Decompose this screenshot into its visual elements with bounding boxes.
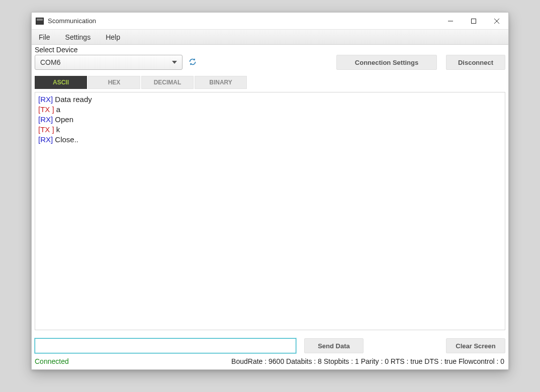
window-controls <box>439 13 508 29</box>
svg-rect-1 <box>472 19 476 23</box>
rx-tag: [RX] <box>38 135 53 144</box>
tx-tag: [TX ] <box>38 125 54 134</box>
chevron-down-icon <box>172 61 177 64</box>
log-line: [TX ] a <box>38 105 502 115</box>
maximize-button[interactable] <box>462 13 485 29</box>
close-button[interactable] <box>485 13 508 29</box>
send-row: Send Data Clear Screen <box>32 330 508 355</box>
disconnect-button[interactable]: Disconnect <box>446 55 505 70</box>
status-bar: Connected BoudRate : 9600 Databits : 8 S… <box>32 355 508 368</box>
connection-settings-button[interactable]: Connection Settings <box>336 55 437 70</box>
tab-binary[interactable]: BINARY <box>195 76 247 89</box>
connection-info: BoudRate : 9600 Databits : 8 Stopbits : … <box>231 357 504 365</box>
log-line: [RX] Close.. <box>38 135 502 145</box>
log-line: [RX] Open <box>38 115 502 125</box>
window-title: Scommunication <box>48 17 439 25</box>
device-row: COM6 Connection Settings Disconnect <box>32 55 508 71</box>
menu-settings[interactable]: Settings <box>63 31 93 43</box>
menu-file[interactable]: File <box>37 31 52 43</box>
refresh-icon <box>189 58 197 67</box>
log-message: k <box>54 125 60 134</box>
clear-screen-button[interactable]: Clear Screen <box>446 338 505 353</box>
tx-tag: [TX ] <box>38 105 54 114</box>
log-message: Data ready <box>53 95 92 104</box>
log-message: Open <box>53 115 73 124</box>
device-selected-value: COM6 <box>40 58 60 66</box>
log-panel[interactable]: [RX] Data ready[TX ] a[RX] Open[TX ] k[R… <box>35 92 505 330</box>
menubar: File Settings Help <box>32 30 508 45</box>
select-device-label: Select Device <box>32 45 508 55</box>
rx-tag: [RX] <box>38 95 53 104</box>
tab-hex[interactable]: HEX <box>88 76 140 89</box>
log-line: [RX] Data ready <box>38 94 502 105</box>
menu-help[interactable]: Help <box>104 31 122 43</box>
device-combobox[interactable]: COM6 <box>35 55 183 70</box>
log-message: Close.. <box>53 135 78 144</box>
log-line: [TX ] k <box>38 125 502 135</box>
refresh-button[interactable] <box>187 56 199 68</box>
minimize-button[interactable] <box>439 13 462 29</box>
tab-ascii[interactable]: ASCII <box>35 76 87 89</box>
tab-decimal[interactable]: DECIMAL <box>141 76 194 89</box>
send-data-button[interactable]: Send Data <box>304 338 364 353</box>
app-icon <box>36 18 44 25</box>
format-tabs: ASCII HEX DECIMAL BINARY <box>32 71 508 89</box>
connection-status: Connected <box>35 357 69 365</box>
log-message: a <box>54 105 61 114</box>
content-area: Select Device COM6 Connection Settings <box>32 45 508 369</box>
titlebar: Scommunication <box>32 13 508 30</box>
send-input[interactable] <box>35 338 296 353</box>
rx-tag: [RX] <box>38 115 53 124</box>
app-window: Scommunication File Settings Help Select… <box>31 12 509 370</box>
